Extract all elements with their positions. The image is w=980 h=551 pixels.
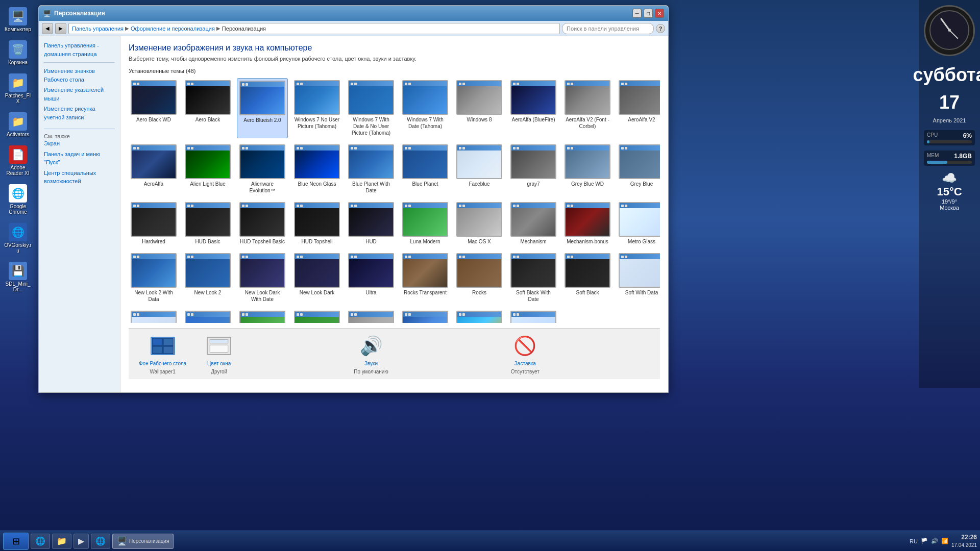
theme-item-spring-data[interactable]: Spring With Data [237, 309, 288, 323]
theme-item-hud-topshell[interactable]: HUD Topshell [292, 200, 342, 247]
desktop-icon-patches[interactable]: 📁 Patches_FIX [2, 71, 34, 106]
taskbar-explorer[interactable]: 📁 [52, 534, 71, 549]
sidebar-link-account[interactable]: Изменение рисунка учетной записи [44, 105, 115, 121]
theme-item-win10[interactable]: Windows 10 Theme [400, 309, 450, 323]
sounds-item[interactable]: 🔊 Звуки По умолчанию [354, 334, 388, 374]
theme-item-ultra[interactable]: Ultra [346, 251, 396, 305]
theme-item-new-look-dark-data[interactable]: New Look Dark With Date [237, 251, 288, 305]
theme-item-mac-osx[interactable]: Mac OS X [454, 200, 504, 247]
theme-item-new-look-dark[interactable]: New Look Dark [292, 251, 342, 305]
theme-preview-win8 [456, 80, 502, 115]
theme-item-win7-no-user[interactable]: Windows 7 No User Picture (Tahoma) [292, 78, 342, 138]
system-tray: RU 🏳️ 🔊 📶 22:26 17.04.2021 [910, 534, 977, 548]
close-button[interactable]: ✕ [655, 9, 664, 18]
theme-item-spring[interactable]: Spring [292, 309, 342, 323]
theme-item-sub-zero[interactable]: Sub Zero Sapphire [346, 309, 396, 323]
theme-item-aero-black[interactable]: Aero Black [183, 78, 233, 138]
theme-item-aeroalfa-v2[interactable]: AeroAlfa V2 [617, 78, 660, 138]
start-button[interactable]: ⊞ [3, 533, 29, 550]
theme-item-hud[interactable]: HUD [346, 200, 396, 247]
theme-item-blue-planet-date[interactable]: Blue Planet With Date [346, 142, 396, 196]
screensaver-label: Заставка [514, 360, 536, 367]
main-content: Изменение изображения и звука на компьют… [120, 36, 668, 392]
theme-item-soft[interactable]: Soft [129, 309, 179, 323]
theme-item-soft-with-data[interactable]: Soft With Data [617, 251, 660, 305]
back-button[interactable]: ◀ [42, 23, 53, 34]
activators-icon: 📁 [9, 112, 27, 131]
theme-item-soft7[interactable]: Soft7 [183, 309, 233, 323]
breadcrumb-control-panel[interactable]: Панель управления [72, 26, 124, 32]
theme-item-win8[interactable]: Windows 8 [454, 78, 504, 138]
sidebar-link-cursors[interactable]: Изменение указателей мыши [44, 86, 115, 103]
theme-item-luna-modern[interactable]: Luna Modern [400, 200, 450, 247]
theme-item-soft-black[interactable]: Soft Black [562, 251, 612, 305]
adobe-label: Adobe Reader XI [4, 165, 32, 176]
theme-item-aero-black-wd[interactable]: Aero Black WD [129, 78, 179, 138]
window-title: Персонализация [54, 10, 105, 17]
theme-item-faceblue[interactable]: Faceblue [454, 142, 504, 196]
theme-item-gray7[interactable]: gray7 [508, 142, 558, 196]
theme-item-aeroalfa-v2-corbel[interactable]: AeroAlfa V2 (Font - Corbel) [562, 78, 612, 138]
theme-item-rocks[interactable]: Rocks [454, 251, 504, 305]
screensaver-item[interactable]: 🚫 Заставка Отсутствует [511, 334, 540, 374]
theme-item-alienware[interactable]: Alienware Evolution™ [237, 142, 288, 196]
theme-item-mechanism-bonus[interactable]: Mechanism-bonus [562, 200, 612, 247]
desktop-icon-sdl[interactable]: 💾 SDL_Mini_Dr... [2, 260, 34, 294]
theme-item-win7-date[interactable]: Windows 7 With Date (Tahoma) [400, 78, 450, 138]
desktop-icon-adobe[interactable]: 📄 Adobe Reader XI [2, 143, 34, 178]
search-input[interactable] [562, 23, 654, 34]
sidebar-link-icons[interactable]: Изменение значков Рабочего стола [44, 67, 115, 84]
chrome-icon: 🌐 [9, 184, 27, 203]
theme-item-grey-blue[interactable]: Grey Blue [617, 142, 660, 196]
theme-name-luna-modern: Luna Modern [410, 238, 440, 245]
minimize-button[interactable]: ─ [632, 9, 642, 18]
theme-item-soft-black-date[interactable]: Soft Black With Date [508, 251, 558, 305]
maximize-button[interactable]: □ [644, 9, 653, 18]
desktop-icon-computer[interactable]: 🖥️ Компьютер [2, 5, 34, 34]
theme-item-hud-basic[interactable]: HUD Basic [183, 200, 233, 247]
theme-item-win7-date-no-user[interactable]: Windows 7 With Date & No User Picture (T… [346, 78, 396, 138]
theme-preview-win7-date [402, 80, 448, 115]
theme-item-blue-planet[interactable]: Blue Planet [400, 142, 450, 196]
window-color-label: Цвет окна [207, 360, 231, 367]
desktop-icon-activators[interactable]: 📁 Activators [2, 110, 34, 139]
theme-item-win81[interactable]: Windows 8.1 [454, 309, 504, 323]
taskbar-ie[interactable]: 🌐 [31, 534, 50, 549]
desktop-icon-ovgorskiy[interactable]: 🌐 OVGorskiy.ru [2, 221, 34, 256]
theme-preview-gray7 [510, 144, 556, 179]
wallpaper-item[interactable]: Фон Рабочего стола Wallpaper1 [139, 334, 186, 374]
theme-item-aero-blueish[interactable]: Aero Blueish 2.0 [237, 78, 288, 138]
desktop-icon-chrome[interactable]: 🌐 Google Chrome [2, 182, 34, 217]
theme-preview-rocks-transparent [402, 253, 448, 288]
svg-rect-5 [153, 338, 162, 344]
taskbar-chrome[interactable]: 🌐 [91, 534, 110, 549]
sidebar-home-link[interactable]: Панель управления - домашняя страница [44, 41, 115, 58]
sidebar-also-label: См. также [44, 133, 70, 139]
theme-item-rocks-transparent[interactable]: Rocks Transparent [400, 251, 450, 305]
theme-item-aeroalfa-bluefire[interactable]: AeroAlfa (BlueFire) [508, 78, 558, 138]
taskbar-personalization[interactable]: 🖥️ Персонализация [112, 534, 174, 549]
sidebar-link-screen[interactable]: Экран [44, 139, 115, 148]
theme-item-hardwired[interactable]: Hardwired [129, 200, 179, 247]
sounds-label: Звуки [364, 360, 378, 367]
sounds-sublabel: По умолчанию [354, 369, 388, 374]
sidebar-link-taskbar[interactable]: Панель задач и меню "Пуск" [44, 150, 115, 167]
theme-item-mechanism[interactable]: Mechanism [508, 200, 558, 247]
desktop-icon-recycle[interactable]: 🗑️ Корзина [2, 38, 34, 67]
theme-item-metro-glass[interactable]: Metro Glass [617, 200, 660, 247]
breadcrumb-appearance[interactable]: Оформление и персонализация [131, 26, 215, 32]
theme-item-aeroalfa[interactable]: AeroAlfa [129, 142, 179, 196]
window-color-item[interactable]: Цвет окна Другой [207, 334, 231, 374]
forward-button[interactable]: ▶ [55, 23, 66, 34]
theme-item-grey-blue-wd[interactable]: Grey Blue WD [562, 142, 612, 196]
sidebar-link-accessibility[interactable]: Центр специальных возможностей [44, 169, 115, 186]
theme-item-hud-topshell-basic[interactable]: HUD Topshell Basic [237, 200, 288, 247]
theme-item-win8-2[interactable]: Windows 8 [508, 309, 558, 323]
theme-item-blue-neon[interactable]: Blue Neon Glass [292, 142, 342, 196]
help-button[interactable]: ? [656, 24, 665, 33]
theme-item-new-look2[interactable]: New Look 2 [183, 251, 233, 305]
theme-item-alien-light[interactable]: Alien Light Blue [183, 142, 233, 196]
taskbar-media[interactable]: ▶ [74, 534, 89, 549]
theme-item-new-look2-data[interactable]: New Look 2 With Data [129, 251, 179, 305]
theme-preview-sub-zero [348, 311, 394, 323]
